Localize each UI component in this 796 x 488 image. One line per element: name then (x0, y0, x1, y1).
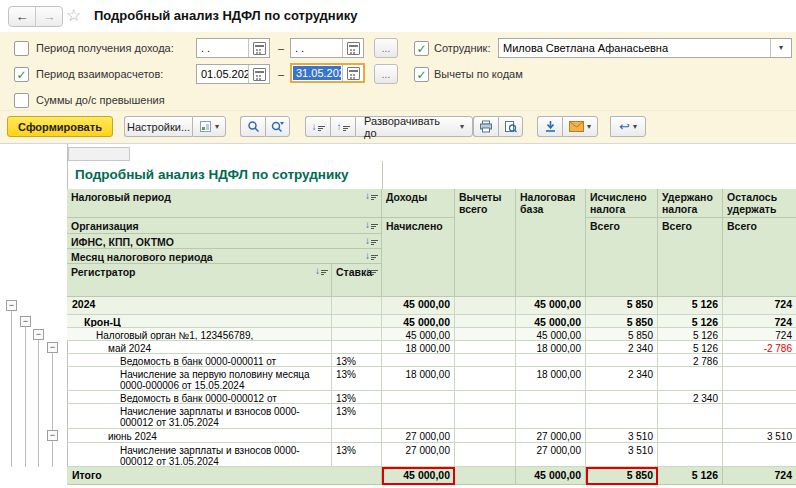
total-row: Итого 45 000,00 45 000,00 5 850 5 126 72… (67, 467, 796, 485)
calendar-button[interactable] (342, 65, 363, 81)
header-col-calculated[interactable]: Исчислено налога Всего (586, 189, 658, 297)
sort-icon[interactable]: ↓ (365, 191, 378, 200)
header-month[interactable]: Месяц налогового периода ↓ (67, 249, 382, 264)
change-report-button[interactable]: ↩ ▾ (610, 116, 646, 137)
deductions-by-codes-checkbox[interactable]: ✓ (414, 67, 429, 82)
table-row: 202445 000,0045 000,005 8505 126724 (67, 297, 796, 315)
settlement-period-to-input[interactable]: 31.05.2024 (290, 63, 365, 83)
collapse-groups-button[interactable]: ↓ (305, 116, 330, 137)
income-period-from-input[interactable]: . . (196, 38, 270, 58)
row-rate: 13% (332, 354, 382, 367)
row-label[interactable]: Ведомость в банк 0000-000012 от 20.05.20… (67, 391, 332, 404)
preview-icon (504, 120, 517, 133)
collapse-toggle-ifns[interactable]: − (33, 329, 44, 340)
calendar-icon (347, 42, 360, 55)
row-label[interactable]: май 2024 (67, 341, 332, 354)
row-label[interactable]: 2024 (67, 297, 332, 315)
total-label: Итого (67, 467, 382, 485)
cell-income: 45 000,00 (382, 297, 455, 315)
row-rate (332, 297, 382, 315)
employee-input[interactable]: Милова Светлана Афанасьевна ▾ (498, 38, 792, 58)
spreadsheet-corner-cell[interactable] (68, 147, 130, 161)
row-rate: 13% (332, 404, 382, 429)
report-toolbar: Сформировать Настройки... ▾ (0, 110, 796, 145)
table-row: Начисление за первую половину месяца 000… (67, 367, 796, 391)
settlement-period-checkbox[interactable]: ✓ (14, 67, 29, 82)
calendar-button[interactable] (342, 39, 363, 57)
excess-label: Суммы до/с превышения (36, 94, 165, 106)
dropdown-button[interactable]: ▾ (770, 39, 791, 57)
row-label[interactable]: Начисление за первую половину месяца 000… (67, 367, 332, 391)
income-period-checkbox[interactable] (14, 41, 29, 56)
sort-icon[interactable]: ↓ (365, 236, 378, 245)
print-preview-button[interactable] (498, 116, 523, 137)
chevron-down-icon: ▾ (460, 123, 464, 131)
expand-groups-button[interactable]: ↑ (330, 116, 355, 137)
search-next-button[interactable] (265, 116, 290, 137)
favorite-star-icon[interactable]: ☆ (66, 5, 81, 26)
save-icon (544, 120, 557, 133)
row-label[interactable]: Ведомость в банк 0000-000011 от 03.05.20… (67, 354, 332, 367)
cell-withheld: 5 126 (658, 341, 723, 354)
sort-icon[interactable]: ↓ (365, 266, 378, 275)
calendar-button[interactable] (248, 39, 269, 57)
header-tax-period[interactable]: Налоговый период ↓ (67, 189, 382, 218)
sort-icon[interactable]: ↓ (315, 266, 328, 275)
row-label[interactable]: Налоговый орган №1, 123456789, (67, 328, 332, 341)
cell-base (516, 391, 586, 404)
row-label[interactable]: Крон-Ц (67, 315, 332, 328)
expand-to-button[interactable]: Разворачивать до▾ (355, 116, 473, 137)
header-col-base[interactable]: Налоговая база (516, 189, 586, 297)
sort-icon[interactable]: ↓ (365, 251, 378, 260)
cell-base: 18 000,00 (516, 367, 586, 391)
cell-deductions (455, 341, 516, 354)
collapse-toggle-year[interactable]: − (6, 300, 17, 311)
employee-checkbox[interactable]: ✓ (414, 41, 429, 56)
cell-withheld (658, 404, 723, 429)
header-registrar[interactable]: Регистратор ↓ (67, 264, 332, 297)
cell-remaining (723, 404, 796, 429)
generate-button[interactable]: Сформировать (7, 116, 113, 137)
search-button[interactable] (240, 116, 265, 137)
save-button[interactable] (537, 116, 562, 137)
header-organization[interactable]: Организация ↓ (67, 218, 382, 234)
cell-income (382, 391, 455, 404)
header-col-income[interactable]: Доходы Начислено (382, 189, 455, 297)
row-label[interactable]: июнь 2024 (67, 429, 332, 443)
row-label[interactable]: Начисление зарплаты и взносов 0000-00001… (67, 404, 332, 429)
settlement-period-from-input[interactable]: 01.05.2024 (196, 64, 270, 84)
cell-deductions (455, 429, 516, 443)
income-period-more-button[interactable]: ... (374, 38, 398, 58)
calendar-icon (253, 42, 266, 55)
cell-withheld: 2 786 (658, 354, 723, 367)
header-col-withheld[interactable]: Удержано налога Всего (658, 189, 723, 297)
cell-deductions (455, 367, 516, 391)
income-period-to-input[interactable]: . . (290, 38, 364, 58)
forward-button[interactable]: → (35, 7, 62, 26)
settlement-period-more-button[interactable]: ... (374, 64, 398, 84)
row-label[interactable]: Начисление зарплаты и взносов 0000-00001… (67, 443, 332, 467)
excess-checkbox[interactable] (14, 93, 29, 108)
send-email-button[interactable]: ▾ (562, 116, 598, 137)
row-rate: 13% (332, 367, 382, 391)
cell-remaining: 724 (723, 315, 796, 328)
cell-withheld (658, 429, 723, 443)
back-button[interactable]: ← (9, 7, 35, 26)
expand-icon: ↑ (337, 122, 350, 131)
cell-calculated: 3 510 (586, 443, 658, 467)
calendar-button[interactable] (248, 65, 269, 83)
collapse-toggle-may[interactable]: − (47, 342, 58, 353)
print-button[interactable] (473, 116, 498, 137)
header-col-remaining[interactable]: Осталось удержать Всего (723, 189, 796, 297)
header-ifns[interactable]: ИФНС, КПП, ОКТМО ↓ (67, 234, 382, 249)
undo-arrow-icon: ↩ (619, 120, 630, 133)
report-variants-button[interactable]: ▾ (192, 116, 226, 137)
settings-button[interactable]: Настройки... (124, 116, 192, 137)
collapse-toggle-organization[interactable]: − (20, 316, 31, 327)
header-rate[interactable]: Ставка ↓ (332, 264, 382, 297)
collapse-toggle-june[interactable]: − (47, 430, 58, 441)
table-row: Ведомость в банк 0000-000012 от 20.05.20… (67, 391, 796, 404)
sort-icon[interactable]: ↓ (365, 220, 378, 229)
cell-remaining: 3 510 (723, 429, 796, 443)
header-col-deductions[interactable]: Вычеты всего (455, 189, 516, 297)
